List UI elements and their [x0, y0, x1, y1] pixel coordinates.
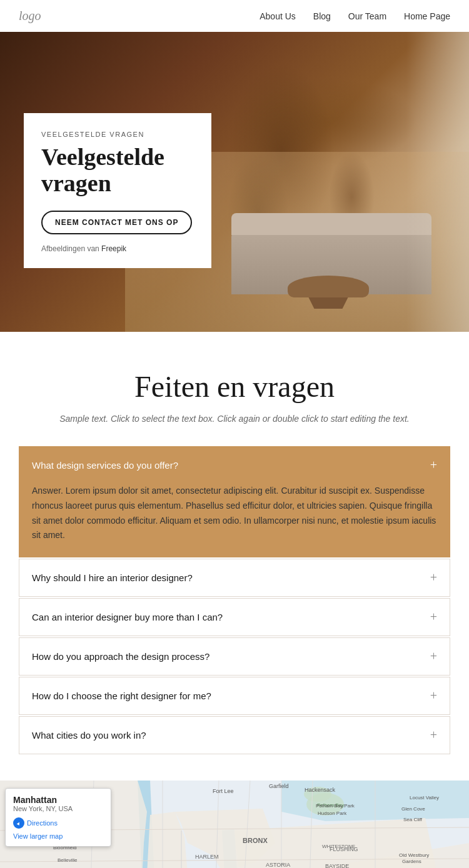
faq-plus-icon-2: +	[430, 610, 437, 624]
navbar: logo About Us Blog Our Team Home Page	[0, 0, 469, 32]
svg-text:Hudson Park: Hudson Park	[318, 811, 347, 816]
map-popup: Manhattan New York, NY, USA Directions V…	[5, 788, 111, 847]
svg-text:HARLEM: HARLEM	[195, 854, 219, 860]
nav-home-page[interactable]: Home Page	[404, 11, 450, 21]
faq-item-header-0[interactable]: What design services do you offer? +	[19, 447, 450, 484]
faq-section: Feiten en vragen Sample text. Click to s…	[0, 332, 469, 781]
faq-plus-icon-1: +	[430, 571, 437, 585]
faq-item-header-4[interactable]: How do I choose the right designer for m…	[19, 677, 450, 714]
hero-card-credits: Afbeeldingen van Freepik	[41, 244, 194, 253]
faq-question-2: Can an interior designer buy more than I…	[32, 612, 223, 622]
faq-subtitle: Sample text. Click to select the text bo…	[19, 414, 450, 424]
map-popup-subtitle: New York, NY, USA	[13, 805, 103, 812]
faq-list: What design services do you offer? + Ans…	[19, 446, 450, 754]
svg-text:Belleville: Belleville	[58, 857, 78, 863]
hero-card: VEELGESTELDE VRAGEN Veelgestelde vragen …	[24, 113, 211, 268]
hero-table	[288, 276, 369, 297]
hero-card-label: VEELGESTELDE VRAGEN	[41, 131, 194, 138]
contact-button[interactable]: NEEM CONTACT MET ONS OP	[41, 211, 192, 234]
faq-plus-icon-3: +	[430, 649, 437, 664]
faq-question-4: How do I choose the right designer for m…	[32, 691, 211, 701]
faq-item-0: What design services do you offer? + Ans…	[19, 446, 450, 557]
faq-item-header-3[interactable]: How do you approach the design process? …	[19, 638, 450, 675]
svg-text:Fort Lee: Fort Lee	[213, 788, 234, 794]
faq-question-0: What design services do you offer?	[32, 460, 178, 471]
faq-item-2: Can an interior designer buy more than I…	[19, 598, 450, 636]
svg-text:Glen Cove: Glen Cove	[401, 806, 425, 812]
hero-card-title: Veelgestelde vragen	[41, 144, 194, 197]
view-larger-map-link[interactable]: View larger map	[13, 832, 103, 840]
faq-plus-icon-4: +	[430, 689, 437, 703]
hero-section: VEELGESTELDE VRAGEN Veelgestelde vragen …	[0, 32, 469, 332]
svg-text:ASTORIA: ASTORIA	[266, 862, 290, 868]
faq-item-3: How do you approach the design process? …	[19, 637, 450, 676]
faq-item-header-1[interactable]: Why should I hire an interior designer? …	[19, 559, 450, 596]
faq-answer-0: Answer. Lorem ipsum dolor sit amet, cons…	[19, 484, 450, 557]
faq-item-1: Why should I hire an interior designer? …	[19, 559, 450, 597]
nav-our-team[interactable]: Our Team	[348, 11, 386, 21]
faq-plus-icon-0: +	[430, 458, 437, 472]
nav-links: About Us Blog Our Team Home Page	[260, 11, 450, 22]
hero-window-light	[406, 32, 469, 332]
nav-about[interactable]: About Us	[260, 11, 296, 21]
svg-text:WHITESTONE: WHITESTONE	[322, 844, 355, 849]
svg-text:Gardens: Gardens	[402, 859, 421, 864]
faq-question-1: Why should I hire an interior designer?	[32, 572, 193, 583]
svg-text:Garfield: Garfield	[269, 783, 289, 789]
svg-text:Sea Cliff: Sea Cliff	[403, 817, 423, 822]
faq-item-header-2[interactable]: Can an interior designer buy more than I…	[19, 599, 450, 636]
logo: logo	[19, 9, 41, 23]
map-popup-title: Manhattan	[13, 795, 103, 805]
faq-plus-icon-5: +	[430, 728, 437, 742]
svg-text:Old Westbury: Old Westbury	[399, 852, 429, 858]
directions-button[interactable]: Directions	[13, 817, 103, 829]
faq-question-3: How do you approach the design process?	[32, 651, 209, 662]
faq-title: Feiten en vragen	[19, 369, 450, 404]
svg-text:Pelham Bay Park: Pelham Bay Park	[316, 803, 355, 809]
nav-blog[interactable]: Blog	[313, 11, 331, 21]
svg-text:Locust Valley: Locust Valley	[410, 795, 439, 801]
freepik-link[interactable]: Freepik	[101, 244, 126, 253]
faq-item-5: What cities do you work in? +	[19, 716, 450, 754]
svg-text:Hackensack: Hackensack	[305, 787, 336, 793]
directions-label: Directions	[27, 819, 58, 827]
svg-text:BRONX: BRONX	[243, 837, 268, 844]
faq-item-4: How do I choose the right designer for m…	[19, 677, 450, 715]
map-section: Pelham Bay Hackensack Fort Lee Garfield …	[0, 781, 469, 868]
faq-item-header-5[interactable]: What cities do you work in? +	[19, 717, 450, 754]
faq-question-5: What cities do you work in?	[32, 730, 146, 741]
directions-icon	[13, 817, 24, 829]
svg-text:BAYSIDE: BAYSIDE	[325, 863, 349, 868]
